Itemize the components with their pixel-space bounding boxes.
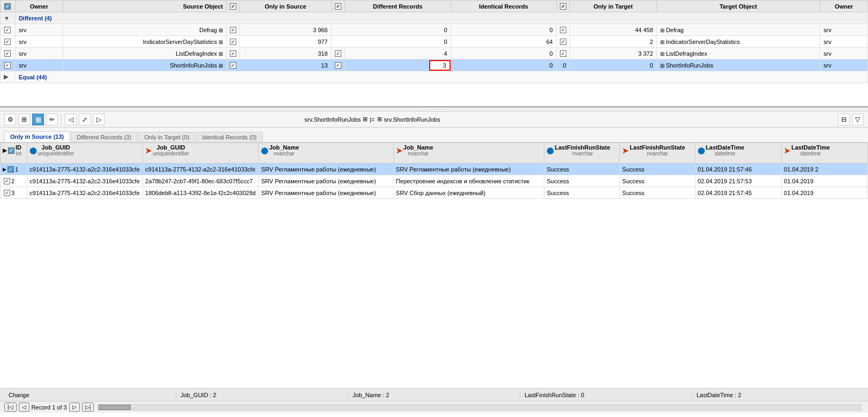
cell-guid-tgt: c914113a-2775-4132-a2c2-316e41033cfe <box>143 163 259 175</box>
col-name-src-name: Job_Name <box>269 144 299 151</box>
status-bar: Change Job_GUID : 2 Job_Name : 2 LastFin… <box>0 388 868 401</box>
nav-prev[interactable]: ◁ <box>19 403 29 412</box>
record-info: Record 1 of 3 <box>32 404 67 411</box>
row-only-src-chk[interactable] <box>230 27 236 33</box>
row-only-tgt-chk[interactable] <box>560 50 566 57</box>
tgt-icon-1: ➤ <box>145 146 152 155</box>
row-only-target: 0 <box>570 59 656 71</box>
tab-only-target[interactable]: Only in Target (0) <box>138 132 195 142</box>
row-only-source: 318 <box>240 48 332 59</box>
header-checkbox-col <box>1 1 16 12</box>
columns-btn[interactable]: ⊞ <box>18 114 30 125</box>
row-owner: srv <box>15 48 63 59</box>
col-dt-src-name: LastDateTime <box>706 144 744 151</box>
col-state-src-name: LastFinishRunState <box>555 144 610 151</box>
col-dt-tgt-type: datetime <box>791 151 830 157</box>
col-name-src-type: nvarchar <box>269 151 299 157</box>
link-btn[interactable]: ⚙ <box>4 114 16 125</box>
row-diff-chk[interactable] <box>335 62 341 69</box>
th-job-guid-tgt: ➤ Job_GUID uniqueidentifier <box>143 143 259 163</box>
right-btn[interactable]: ▷ <box>93 114 104 125</box>
group-different-expand[interactable]: ▼ <box>4 15 10 21</box>
filter-btn[interactable]: ▽ <box>852 114 864 125</box>
group-equal-expand[interactable]: ▶ <box>4 73 8 80</box>
row-only-source: 3 966 <box>240 24 332 36</box>
th-dt-tgt: ➤ LastDateTime datetime <box>782 143 868 163</box>
row-checkbox[interactable] <box>4 62 11 69</box>
nav-last[interactable]: ▷| <box>82 403 94 412</box>
edit-btn[interactable]: ✏ <box>46 114 58 125</box>
header-identical-records: Identical Records <box>451 1 556 12</box>
cell-state-src: Success <box>544 175 620 187</box>
tab-identical-records[interactable]: Identical Records (0) <box>196 132 263 142</box>
row-only-src-chk[interactable] <box>230 50 236 57</box>
col-id-type: int <box>16 151 21 157</box>
detail-row[interactable]: 3 c914113a-2775-4132-a2c2-316e41033cfe 1… <box>1 187 868 199</box>
src-icon-4: ⬤ <box>698 147 705 154</box>
row-different: 4 <box>345 48 451 59</box>
detail-table-wrapper[interactable]: ▶ ID int ⬤ Job_GUID <box>0 143 868 388</box>
row-checkbox-detail[interactable] <box>8 166 14 173</box>
splitter[interactable]: · · · · · · · <box>0 107 868 111</box>
row-only-src-chk[interactable] <box>230 39 236 45</box>
detail-row[interactable]: 2 c914113a-2775-4132-a2c2-316e41033cfe 2… <box>1 175 868 187</box>
col-id-name: ID <box>16 144 21 151</box>
row-different: 0 <box>331 36 451 48</box>
header-checkbox[interactable] <box>4 3 11 10</box>
cell-dt-src: 02.04.2019 21:57:45 <box>695 187 782 199</box>
row-checkbox[interactable] <box>4 39 11 45</box>
group-different-header[interactable]: ▼ Different (4) <box>1 12 868 24</box>
table-row[interactable]: srv ListDefragIndex ⊞ 318 4 0 3 372 ⊞ Li… <box>1 48 868 59</box>
table-row[interactable]: srv Defrag ⊞ 3 966 0 0 44 458 ⊞ Defrag s… <box>1 24 868 36</box>
scroll-track[interactable] <box>98 404 862 411</box>
src-icon-2: ⬤ <box>261 147 268 154</box>
th-checkbox[interactable] <box>8 147 14 154</box>
cell-name-tgt: Перестроение индексов и обновление стати… <box>393 175 544 187</box>
row-checkbox[interactable] <box>4 27 11 33</box>
tab-different-records[interactable]: Different Records (3) <box>71 132 137 142</box>
header-only-target-chk <box>556 1 570 12</box>
cell-state-tgt: Success <box>620 175 695 187</box>
table-row[interactable]: srv ShortInfoRunJobs ⊞ 13 3 0 0 0 ⊞ Shor… <box>1 59 868 71</box>
expand-btn[interactable]: ⤢ <box>79 114 91 125</box>
toolbar-divider <box>61 114 62 125</box>
nav-next[interactable]: ▷ <box>69 403 80 412</box>
table-row[interactable]: srv IndicatorServerDayStatistics ⊞ 977 0… <box>1 36 868 48</box>
tab-only-source[interactable]: Only in Source (13) <box>4 131 70 142</box>
row-only-src-chk[interactable] <box>230 62 236 69</box>
group-equal-header[interactable]: ▶ Equal (44) <box>1 71 868 83</box>
detail-table: ▶ ID int ⬤ Job_GUID <box>0 143 868 199</box>
row-target-object: ⊞ ShortInfoRunJobs <box>656 59 820 71</box>
row-only-tgt-chk[interactable] <box>560 39 566 45</box>
cell-state-tgt: Success <box>620 163 695 175</box>
grid-btn[interactable]: ▦ <box>32 114 44 125</box>
row-indicator-arrow: ▶ <box>3 167 6 172</box>
row-checkbox-detail[interactable] <box>4 190 10 196</box>
expand-arrow[interactable]: ▶ <box>3 147 7 153</box>
nav-first[interactable]: |◁ <box>4 403 17 412</box>
row-only-source: 977 <box>240 36 332 48</box>
bottom-section: ⚙ ⊞ ▦ ✏ ◁ ⤢ ▷ srv.ShortInfoRunJobs ⊞ |= … <box>0 111 868 388</box>
left-btn[interactable]: ◁ <box>65 114 77 125</box>
row-checkbox-detail[interactable] <box>4 178 10 184</box>
th-state-src: ⬤ LastFinishRunState nvarchar <box>544 143 620 163</box>
row-diff-chk[interactable] <box>335 50 341 57</box>
cell-dt-tgt: 01.04.2019 <box>782 187 868 199</box>
detail-row[interactable]: ▶ 1 c914113a-2775-4132-a2c2-316e41033cfe… <box>1 163 868 175</box>
title-icon: ⊞ <box>363 116 368 123</box>
col-name-tgt-type: nvarchar <box>403 151 433 157</box>
header-only-source: Only in Source <box>240 1 332 12</box>
row-source-object: IndicatorServerDayStatistics ⊞ <box>63 36 226 48</box>
row-owner: srv <box>15 36 63 48</box>
cell-id: ▶ 1 <box>1 163 27 175</box>
title-right: srv.ShortInfoRunJobs <box>384 116 440 123</box>
row-owner: srv <box>15 24 63 36</box>
row-different: 3 <box>345 59 451 71</box>
cell-name-src: SRV Регламентные работы (ежедневные) <box>259 187 393 199</box>
row-target-object: ⊞ Defrag <box>656 24 820 36</box>
row-checkbox[interactable] <box>4 50 11 57</box>
view-btn[interactable]: ⊟ <box>838 114 850 125</box>
row-target-owner: srv <box>820 59 868 71</box>
scroll-thumb[interactable] <box>99 405 131 410</box>
row-only-tgt-chk[interactable] <box>560 27 566 33</box>
